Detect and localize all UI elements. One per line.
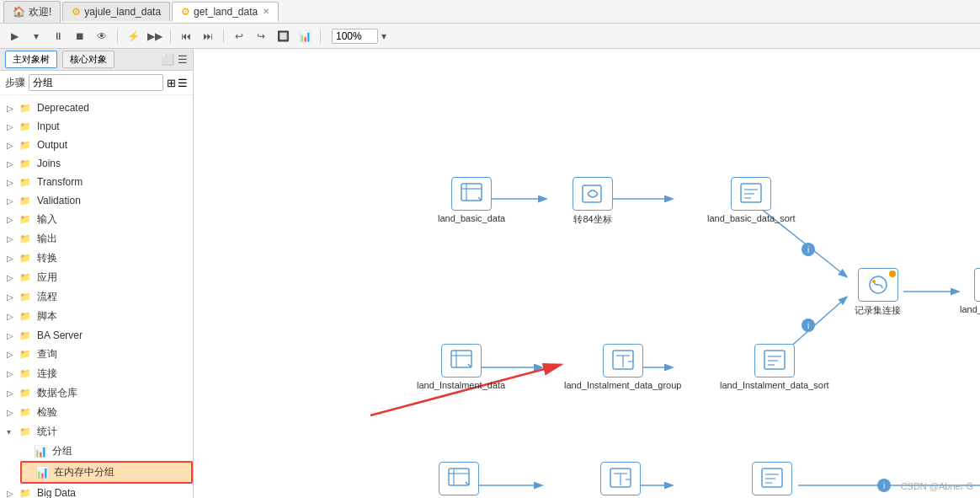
pause-button[interactable]: ⏸: [49, 27, 67, 46]
tree-item-validation[interactable]: ▷ 📁 Validation: [0, 191, 193, 210]
app-container: 🏠 欢迎! ⚙ yajule_land_data ⚙ get_land_data…: [0, 0, 980, 498]
sidebar-collapse-icon[interactable]: ⬜: [161, 53, 174, 66]
tree-expand-connect: ▷: [7, 369, 17, 378]
tree-item-apply[interactable]: ▷ 📁 应用: [0, 268, 193, 287]
svg-text:i: i: [807, 245, 809, 254]
node-label-land-instalment-sort: land_Instalment_data_sort: [720, 380, 829, 390]
tree-item-query[interactable]: ▷ 📁 查询: [0, 345, 193, 364]
sidebar: 主对象树 核心对象 ⬜ ☰ 步骤 ⊞ ☰: [0, 49, 194, 498]
tree-icon-input-cn: 📁: [19, 213, 32, 227]
main-area: 主对象树 核心对象 ⬜ ☰ 步骤 ⊞ ☰: [0, 49, 980, 498]
tree-label-transform: Transform: [37, 176, 83, 188]
tab-welcome[interactable]: 🏠 欢迎!: [3, 1, 61, 23]
node-land-instalment-group[interactable]: land_Instalment_data_group: [564, 344, 681, 390]
tree-label-input: Input: [37, 120, 60, 132]
tree-item-connect[interactable]: ▷ 📁 连接: [0, 364, 193, 383]
tree-item-transform[interactable]: ▷ 📁 Transform: [0, 173, 193, 191]
tree-label-validation: Validation: [37, 195, 81, 206]
search-list-icon[interactable]: ☰: [178, 77, 188, 89]
tree-item-input[interactable]: ▷ 📁 Input: [0, 117, 193, 136]
tree-item-memory-group[interactable]: 📊 在内存中分组: [20, 461, 193, 484]
run-next-button[interactable]: ▶▶: [146, 27, 164, 46]
tree-item-flow[interactable]: ▷ 📁 流程: [0, 287, 193, 307]
tree-item-deprecated[interactable]: ▷ 📁 Deprecated: [0, 99, 193, 117]
node-land-basic-sort[interactable]: land_basic_data_sort: [707, 177, 796, 223]
node-label-land-instalment-data: land_Instalment_data: [417, 380, 505, 390]
stop-button[interactable]: ⏹: [71, 27, 89, 46]
svg-text:i: i: [807, 321, 809, 330]
node-box-land-company-sort: [752, 462, 792, 495]
tree-item-inspect[interactable]: ▷ 📁 检验: [0, 403, 193, 422]
node-zhuan84[interactable]: 转84坐标: [573, 177, 613, 226]
tab-get-land[interactable]: ⚙ get_land_data ✕: [172, 2, 279, 22]
tree-icon-input: 📁: [19, 120, 32, 133]
canvas[interactable]: i i i i land_basic_data: [194, 49, 980, 498]
toolbar-sep-3: [223, 29, 224, 43]
svg-point-29: [872, 280, 876, 283]
preview-button[interactable]: 👁: [93, 27, 111, 46]
tree-label-transform-cn: 转换: [37, 251, 57, 265]
search-grid-icon[interactable]: ⊞: [167, 77, 176, 89]
tree-expand-dw: ▷: [7, 388, 17, 398]
tree-item-output-cn[interactable]: ▷ 📁 输出: [0, 229, 193, 249]
sidebar-menu-icon[interactable]: ☰: [178, 53, 188, 66]
tree-item-input-cn[interactable]: ▷ 📁 输入: [0, 210, 193, 229]
node-land-company-data[interactable]: land_company_data: [417, 462, 500, 498]
step-prev-button[interactable]: ⏮: [177, 27, 195, 46]
node-land-basic-data[interactable]: land_basic_data: [438, 177, 505, 223]
watermark: CSDN @Abner G: [901, 481, 973, 491]
tree-icon-output-cn: 📁: [19, 233, 32, 246]
zoom-dropdown[interactable]: ▾: [381, 30, 386, 42]
tree-expand-script: ▷: [7, 312, 17, 321]
tree-label-stats: 统计: [37, 425, 57, 439]
tree-expand-apply: ▷: [7, 273, 17, 282]
tree-item-dw[interactable]: ▷ 📁 数据仓库: [0, 383, 193, 403]
tree-label-connect: 连接: [37, 367, 57, 381]
layout-button[interactable]: 🔲: [274, 27, 292, 46]
toolbar-sep-4: [320, 29, 321, 43]
run-button[interactable]: ▶: [5, 27, 24, 46]
tree-icon-transform: 📁: [19, 175, 32, 189]
tree-label-memory-group: 在内存中分组: [54, 465, 115, 479]
node-land-company-sort[interactable]: land_company_data_sort: [720, 462, 824, 498]
redo-button[interactable]: ↪: [252, 27, 270, 46]
tab-yajule[interactable]: ⚙ yajule_land_data: [62, 2, 170, 21]
undo-button[interactable]: ↩: [230, 27, 248, 46]
tree-item-baserver[interactable]: ▷ 📁 BA Server: [0, 326, 193, 345]
run-dropdown[interactable]: ▾: [27, 27, 45, 46]
tree-label-group: 分组: [52, 444, 72, 458]
sidebar-tab-core[interactable]: 核心对象: [62, 51, 115, 68]
sidebar-header: 主对象树 核心对象 ⬜ ☰: [0, 49, 193, 71]
tree-item-script[interactable]: ▷ 📁 脚本: [0, 307, 193, 326]
node-box-land-company-group: [600, 462, 641, 495]
node-land-instalment-data[interactable]: land_Instalment_data: [417, 344, 505, 390]
tab-welcome-label: 欢迎!: [29, 5, 51, 19]
sidebar-tab-main[interactable]: 主对象树: [5, 51, 57, 68]
tree-item-transform-cn[interactable]: ▷ 📁 转换: [0, 249, 193, 268]
tree-item-stats[interactable]: ▾ 📁 统计: [0, 422, 193, 442]
tree-item-output[interactable]: ▷ 📁 Output: [0, 136, 193, 154]
tree-item-group[interactable]: 📊 分组: [20, 442, 193, 461]
tree-item-joins[interactable]: ▷ 📁 Joins: [0, 154, 193, 173]
svg-rect-39: [764, 351, 785, 369]
tree-expand-deprecated: ▷: [7, 104, 17, 113]
node-land-instalment-sort[interactable]: land_Instalment_data_sort: [720, 344, 829, 390]
tab-get-land-close[interactable]: ✕: [263, 7, 269, 16]
tree-expand-transform-cn: ▷: [7, 254, 17, 263]
node-land-company-group[interactable]: land_company_data_group: [564, 462, 676, 498]
tree-label-output-cn: 输出: [37, 232, 57, 246]
zoom-input[interactable]: [332, 29, 378, 44]
tree-expand-bigdata: ▷: [7, 489, 17, 498]
node-record-join[interactable]: 记录集连接: [855, 268, 901, 317]
chart-button[interactable]: 📊: [296, 27, 314, 46]
tree-icon-bigdata: 📁: [19, 486, 32, 498]
tree-item-bigdata[interactable]: ▷ 📁 Big Data: [0, 484, 193, 498]
tree-expand-output-cn: ▷: [7, 234, 17, 244]
node-land-merge-sort[interactable]: land_merge_sort: [960, 268, 980, 314]
step-next-button[interactable]: ⏭: [199, 27, 217, 46]
tree-label-bigdata: Big Data: [37, 487, 76, 498]
tree-icon-query: 📁: [19, 348, 32, 361]
search-input[interactable]: [29, 74, 163, 91]
node-label-land-merge-sort: land_merge_sort: [960, 304, 980, 314]
run-trans-button[interactable]: ⚡: [124, 27, 142, 46]
